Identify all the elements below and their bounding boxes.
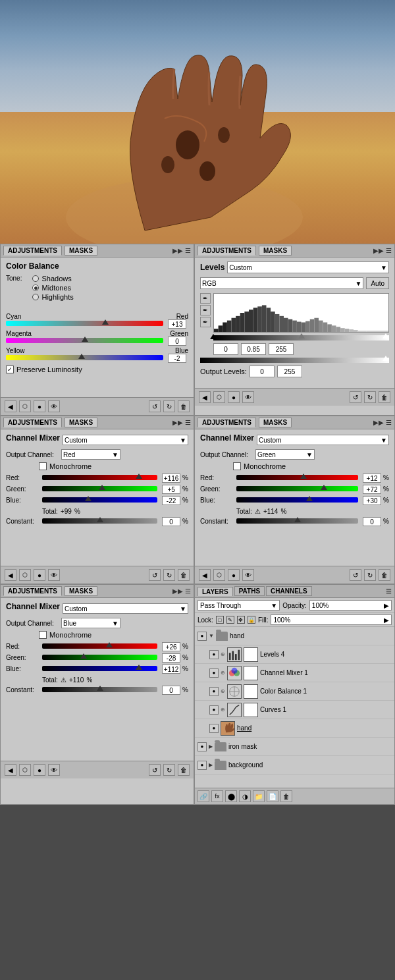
lv-spin-icon[interactable]: ↺ xyxy=(350,391,361,403)
cb-spin-icon[interactable]: ↺ xyxy=(149,400,161,412)
layer-expand-background[interactable]: ▶ xyxy=(209,762,213,768)
layer-curves1[interactable]: ● ⊕ Curves 1 xyxy=(195,701,394,719)
cmg-circle-icon[interactable]: ● xyxy=(228,569,240,581)
cmb-constant-track[interactable] xyxy=(42,687,157,692)
cmg-constant-thumb[interactable] xyxy=(294,517,301,522)
lv-masks-tab[interactable]: MASKS xyxy=(259,246,292,256)
cmr-constant-value[interactable]: 0 xyxy=(162,517,180,526)
cmg-masks-tab[interactable]: MASKS xyxy=(259,418,292,427)
cmr-red-track[interactable] xyxy=(42,475,157,480)
cmb-mono-row[interactable]: Monochrome xyxy=(6,631,188,639)
cmr-back-icon[interactable]: ◀ xyxy=(5,569,16,581)
cmb-red-value[interactable]: +26 xyxy=(162,642,180,651)
lv-refresh-icon[interactable]: ↻ xyxy=(364,391,376,403)
cyan-red-track[interactable] xyxy=(6,321,163,326)
cb-refresh-icon[interactable]: ↻ xyxy=(163,400,175,412)
lv-delete-icon[interactable]: 🗑 xyxy=(379,391,390,403)
cb-adjustments-tab[interactable]: ADJUSTMENTS xyxy=(3,246,62,256)
cmg-green-track[interactable] xyxy=(236,486,358,491)
cmg-refresh-icon[interactable]: ↻ xyxy=(364,569,376,581)
layer-channelmixer1[interactable]: ● ⊕ Channel Mixer 1 xyxy=(195,664,394,682)
layer-hand-group[interactable]: ● ▼ hand xyxy=(195,627,394,645)
layers-adj-icon[interactable]: ◑ xyxy=(239,790,251,802)
cmb-menu-icon[interactable]: ☰ xyxy=(185,587,191,595)
cb-back-icon[interactable]: ◀ xyxy=(5,400,16,412)
cyan-red-thumb[interactable] xyxy=(102,319,109,325)
cb-circle-icon[interactable]: ● xyxy=(34,400,45,412)
layers-mask-icon[interactable]: ⬤ xyxy=(225,790,237,802)
layer-eye-hand-regular[interactable]: ● xyxy=(209,724,219,733)
cmb-green-track[interactable] xyxy=(42,655,157,660)
lock-all-icon[interactable]: 🔒 xyxy=(248,616,255,624)
cb-menu-icon[interactable]: ☰ xyxy=(185,247,191,254)
cmb-back-icon[interactable]: ◀ xyxy=(5,764,16,776)
magenta-green-value[interactable]: 0 xyxy=(168,337,186,346)
preserve-checkbox[interactable]: ✓ xyxy=(6,366,14,373)
tone-midtones-radio[interactable] xyxy=(32,285,39,291)
input-white-value[interactable]: 255 xyxy=(269,343,294,355)
paths-tab[interactable]: PATHS xyxy=(234,586,265,596)
cmr-red-thumb[interactable] xyxy=(136,474,142,479)
cmg-red-track[interactable] xyxy=(236,475,358,480)
cmb-new-icon[interactable]: ⬡ xyxy=(19,764,31,776)
lv-menu-icon[interactable]: ☰ xyxy=(386,247,392,254)
cmb-constant-thumb[interactable] xyxy=(97,686,103,691)
layer-eye-levels4[interactable]: ● xyxy=(209,650,219,659)
tone-highlights-radio[interactable] xyxy=(32,294,39,300)
cmr-new-icon[interactable]: ⬡ xyxy=(19,569,31,581)
layer-eye-cm1[interactable]: ● xyxy=(209,668,219,678)
cmr-forward-icon[interactable]: ▶▶ xyxy=(172,419,183,426)
layers-new-icon[interactable]: 📄 xyxy=(267,790,278,802)
tone-highlights-row[interactable]: Highlights xyxy=(32,293,73,301)
cmb-circle-icon[interactable]: ● xyxy=(34,764,45,776)
magenta-green-thumb[interactable] xyxy=(82,337,88,342)
blend-mode-select[interactable]: Pass Through▼ xyxy=(198,600,280,611)
lv-back-icon[interactable]: ◀ xyxy=(199,391,211,403)
layers-tab[interactable]: LAYERS xyxy=(198,587,233,596)
white-point-eyedropper[interactable]: ✒ xyxy=(200,317,211,327)
cb-new-icon[interactable]: ⬡ xyxy=(19,400,31,412)
levels-preset-select[interactable]: Custom▼ xyxy=(227,261,389,273)
cmr-green-thumb[interactable] xyxy=(99,485,105,490)
output-white-value[interactable]: 255 xyxy=(277,366,302,377)
cmg-green-value[interactable]: +72 xyxy=(363,485,381,494)
cmb-blue-thumb[interactable] xyxy=(136,665,142,670)
cmg-constant-value[interactable]: 0 xyxy=(363,517,381,526)
lv-forward-icon[interactable]: ▶▶ xyxy=(373,247,384,254)
cmr-blue-track[interactable] xyxy=(42,497,157,503)
cmb-blue-value[interactable]: +112 xyxy=(162,665,180,674)
cb-forward-icon[interactable]: ▶▶ xyxy=(172,247,183,254)
cmg-adjustments-tab[interactable]: ADJUSTMENTS xyxy=(198,418,256,427)
cmg-mono-row[interactable]: Monochrome xyxy=(200,462,389,470)
black-point-eyedropper[interactable]: ✒ xyxy=(200,293,211,304)
layers-folder-icon[interactable]: 📁 xyxy=(253,790,265,802)
layer-eye-iron-mask[interactable]: ● xyxy=(198,742,207,751)
lv-eye-icon[interactable]: 👁 xyxy=(242,391,254,403)
cmr-adjustments-tab[interactable]: ADJUSTMENTS xyxy=(3,418,62,427)
cmr-eye-icon[interactable]: 👁 xyxy=(48,569,60,581)
cmr-mono-row[interactable]: Monochrome xyxy=(6,462,188,470)
cmg-menu-icon[interactable]: ☰ xyxy=(386,419,392,426)
output-levels-slider[interactable] xyxy=(200,358,389,363)
cmg-blue-thumb[interactable] xyxy=(306,496,313,501)
tone-midtones-row[interactable]: Midtones xyxy=(32,284,73,292)
cmb-constant-value[interactable]: 0 xyxy=(162,686,180,695)
tone-shadows-row[interactable]: Shadows xyxy=(32,275,73,283)
cmb-preset-select[interactable]: Custom▼ xyxy=(63,603,188,614)
black-point-slider[interactable] xyxy=(210,334,217,339)
cb-delete-icon[interactable]: 🗑 xyxy=(178,400,190,412)
cmr-red-value[interactable]: +116 xyxy=(162,474,180,483)
cmb-spin-icon[interactable]: ↺ xyxy=(149,764,161,776)
cmr-green-value[interactable]: +5 xyxy=(162,485,180,494)
cmb-green-value[interactable]: -28 xyxy=(162,653,180,663)
cb-eye-icon[interactable]: 👁 xyxy=(48,400,60,412)
cmb-forward-icon[interactable]: ▶▶ xyxy=(172,587,183,595)
layers-delete-icon[interactable]: 🗑 xyxy=(280,790,292,802)
cmr-mono-checkbox[interactable] xyxy=(39,462,47,470)
midpoint-slider[interactable] xyxy=(298,333,305,339)
lock-position-icon[interactable]: ✎ xyxy=(226,616,234,624)
magenta-green-track[interactable] xyxy=(6,338,163,343)
output-white-thumb[interactable] xyxy=(382,356,389,361)
cmg-red-thumb[interactable] xyxy=(300,474,307,479)
layers-link-icon[interactable]: 🔗 xyxy=(198,790,209,802)
